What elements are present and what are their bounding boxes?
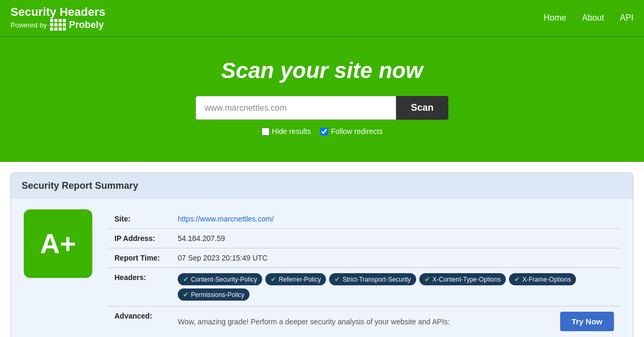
site-link[interactable]: https://www.marcnettles.com/ — [178, 215, 274, 223]
powered-by-text: Powered by — [11, 21, 47, 29]
probely-name: Probely — [69, 20, 104, 31]
api-link[interactable]: API — [620, 13, 633, 23]
main-content: Security Report Summary A+ Site: https:/… — [0, 162, 644, 337]
badge-xcto: ✔X-Content-Type-Options — [419, 273, 506, 285]
table-row: Headers: ✔Content-Security-Policy ✔Refer… — [108, 268, 620, 306]
advanced-content: Wow, amazing grade! Perform a deeper sec… — [178, 312, 614, 331]
headers-label: Headers: — [108, 268, 171, 306]
badge-pp: ✔Permissions-Policy — [178, 288, 249, 301]
check-icon: ✔ — [183, 291, 189, 299]
search-row: Scan — [11, 96, 633, 120]
report-section-title: Security Report Summary — [22, 180, 138, 191]
hide-results-label[interactable]: Hide results — [262, 127, 311, 136]
check-icon: ✔ — [514, 275, 520, 283]
hero-title: Scan your site now — [11, 58, 633, 83]
site-value: https://www.marcnettles.com/ — [171, 209, 620, 229]
probely-dots-icon — [50, 19, 66, 31]
grade-value: A+ — [40, 228, 76, 259]
report-time-label: Report Time: — [108, 248, 171, 268]
check-icon: ✔ — [183, 275, 189, 283]
report-time-value: 07 Sep 2023 20:15:49 UTC — [171, 248, 620, 268]
hide-results-text: Hide results — [272, 127, 311, 136]
badge-label: X-Content-Type-Options — [432, 276, 501, 283]
ip-label: IP Address: — [108, 229, 171, 248]
badge-label: X-Frame-Options — [522, 276, 571, 283]
check-icon: ✔ — [271, 275, 276, 283]
badge-xfo: ✔X-Frame-Options — [509, 273, 576, 285]
site-label: Site: — [108, 209, 171, 229]
brand: Security Headers Powered by Probely — [11, 5, 105, 31]
scan-button[interactable]: Scan — [396, 96, 448, 120]
table-row: IP Address: 54.184.207.59 — [108, 229, 620, 248]
options-row: Hide results Follow redirects — [11, 127, 633, 136]
report-header: Security Report Summary — [11, 173, 633, 199]
report-table: Site: https://www.marcnettles.com/ IP Ad… — [108, 209, 620, 336]
about-link[interactable]: About — [582, 13, 604, 23]
brand-title: Security Headers — [11, 5, 105, 19]
report-card: Security Report Summary A+ Site: https:/… — [11, 172, 633, 337]
table-row: Report Time: 07 Sep 2023 20:15:49 UTC — [108, 248, 620, 268]
badge-label: Content-Security-Policy — [191, 276, 257, 283]
badge-label: Permissions-Policy — [191, 291, 244, 299]
badge-sts: ✔Strict-Transport-Security — [329, 273, 416, 285]
table-row: Site: https://www.marcnettles.com/ — [108, 209, 620, 229]
report-body: A+ Site: https://www.marcnettles.com/ IP… — [11, 199, 633, 337]
search-input[interactable] — [196, 96, 396, 120]
nav-links: Home About API — [544, 13, 633, 23]
check-icon: ✔ — [425, 275, 430, 283]
follow-redirects-text: Follow redirects — [331, 127, 382, 136]
advanced-cell: Wow, amazing grade! Perform a deeper sec… — [171, 306, 620, 337]
table-row: Advanced: Wow, amazing grade! Perform a … — [108, 306, 620, 337]
advanced-label: Advanced: — [108, 306, 171, 337]
headers-value: ✔Content-Security-Policy ✔Referrer-Polic… — [171, 268, 620, 306]
badge-rp: ✔Referrer-Policy — [265, 273, 326, 285]
top-navigation: Security Headers Powered by Probely Home… — [0, 0, 644, 37]
brand-subtitle: Powered by Probely — [11, 19, 105, 31]
ip-value: 54.184.207.59 — [171, 229, 620, 248]
badge-csp: ✔Content-Security-Policy — [178, 273, 262, 285]
grade-box: A+ — [24, 209, 92, 278]
advanced-text: Wow, amazing grade! Perform a deeper sec… — [178, 317, 450, 326]
badge-label: Strict-Transport-Security — [342, 276, 411, 283]
hero-section: Scan your site now Scan Hide results Fol… — [0, 37, 644, 162]
try-now-button[interactable]: Try Now — [560, 312, 614, 331]
badge-label: Referrer-Policy — [278, 276, 321, 283]
headers-badges: ✔Content-Security-Policy ✔Referrer-Polic… — [178, 273, 614, 301]
check-icon: ✔ — [334, 275, 340, 283]
follow-redirects-checkbox[interactable] — [320, 128, 328, 136]
hide-results-checkbox[interactable] — [262, 128, 270, 136]
follow-redirects-label[interactable]: Follow redirects — [320, 127, 382, 136]
home-link[interactable]: Home — [544, 13, 566, 23]
